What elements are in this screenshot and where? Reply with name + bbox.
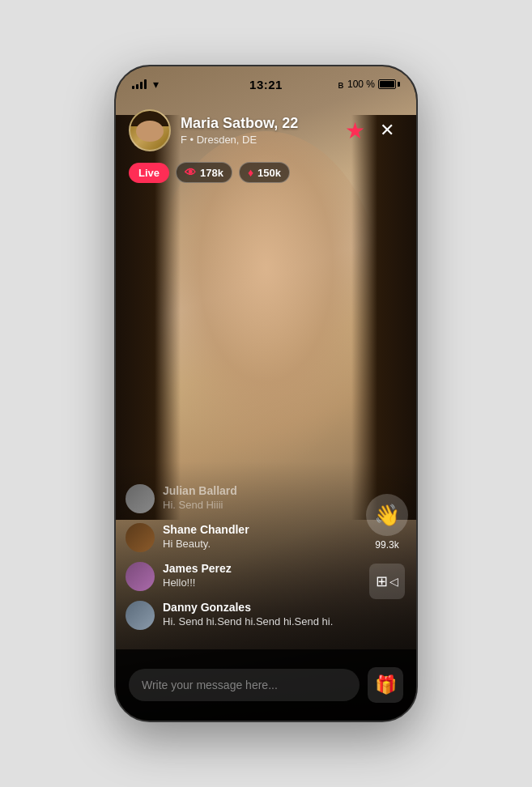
- eye-icon: 👁: [185, 166, 196, 179]
- close-icon: ✕: [380, 120, 394, 141]
- header: Maria Satbow, 22 F • Dresden, DE ★ ✕: [116, 102, 416, 159]
- user-avatar-3: [126, 562, 155, 591]
- streamer-name: Maria Satbow, 22: [181, 115, 338, 132]
- phone-frame: ▾ 13:21 ʙ 100 %: [114, 65, 418, 722]
- message-username-4: Danny Gonzales: [163, 601, 333, 614]
- bluetooth-icon: ʙ: [338, 79, 344, 91]
- right-actions: 👋 99.3k ⊞ ◁: [366, 494, 408, 599]
- battery-body: [378, 79, 396, 89]
- diamond-icon: ♦: [248, 166, 253, 179]
- wave-count: 99.3k: [375, 539, 398, 551]
- favorite-button[interactable]: ★: [338, 114, 371, 147]
- message-text-2: Hi Beauty.: [163, 538, 249, 550]
- close-button[interactable]: ✕: [371, 114, 403, 147]
- user-avatar-4: [126, 601, 155, 630]
- wave-icon-container: 👋: [366, 494, 408, 536]
- chat-message-2: Shane Chandler Hi Beauty.: [126, 523, 350, 552]
- status-bar: ▾ 13:21 ʙ 100 %: [116, 66, 416, 102]
- user-avatar-2: [126, 523, 155, 552]
- chat-message-4: Danny Gonzales Hi. Send hi.Send hi.Send …: [126, 601, 350, 630]
- screen-share-icon: ⊞: [376, 572, 388, 590]
- battery-icon: [378, 79, 400, 89]
- message-username-1: Julian Ballard: [163, 484, 237, 497]
- bottom-bar: Write your message here... 🎁: [116, 649, 416, 721]
- signal-bar-2: [136, 84, 138, 89]
- wave-icon: 👋: [374, 503, 400, 528]
- message-content-4: Danny Gonzales Hi. Send hi.Send hi.Send …: [163, 601, 333, 627]
- hair-right: [351, 115, 416, 520]
- views-count: 178k: [200, 167, 223, 179]
- avatar-skin: [136, 121, 164, 142]
- live-badge: Live: [129, 163, 169, 183]
- avatar-face: [130, 111, 169, 150]
- message-username-3: James Perez: [163, 562, 232, 575]
- gift-icon: 🎁: [375, 674, 397, 696]
- header-info: Maria Satbow, 22 F • Dresden, DE: [181, 115, 338, 146]
- message-text-1: Hi. Send Hiiii: [163, 499, 237, 511]
- user-avatar-1: [126, 484, 155, 513]
- message-content-1: Julian Ballard Hi. Send Hiiii: [163, 484, 237, 511]
- screen-share-button[interactable]: ⊞ ◁: [369, 564, 405, 599]
- diamond-count: 150k: [257, 167, 281, 179]
- message-content-3: James Perez Hello!!!: [163, 562, 232, 589]
- signal-bar-4: [144, 79, 147, 89]
- signal-bar-1: [132, 86, 134, 89]
- status-right: ʙ 100 %: [338, 79, 400, 91]
- signal-bar-3: [140, 82, 143, 89]
- star-icon: ★: [345, 117, 365, 144]
- message-username-2: Shane Chandler: [163, 523, 249, 536]
- signal-bars: [132, 79, 147, 89]
- chat-message-3: James Perez Hello!!!: [126, 562, 350, 591]
- chat-area: Julian Ballard Hi. Send Hiiii Shane Chan…: [116, 484, 360, 640]
- message-content-2: Shane Chandler Hi Beauty.: [163, 523, 249, 550]
- gift-button[interactable]: 🎁: [368, 667, 403, 703]
- battery-tip: [398, 82, 400, 87]
- status-time: 13:21: [249, 78, 283, 91]
- badges-row: Live 👁 178k ♦ 150k: [129, 162, 290, 183]
- screen: ▾ 13:21 ʙ 100 %: [116, 66, 416, 721]
- message-text-3: Hello!!!: [163, 576, 232, 589]
- input-placeholder: Write your message here...: [142, 679, 278, 691]
- chat-message-1: Julian Ballard Hi. Send Hiiii: [126, 484, 350, 513]
- wifi-icon: ▾: [153, 78, 159, 91]
- diamond-badge: ♦ 150k: [239, 162, 290, 183]
- avatar: [129, 109, 171, 151]
- message-text-4: Hi. Send hi.Send hi.Send hi.Send hi.: [163, 615, 333, 627]
- wave-button[interactable]: 👋 99.3k: [366, 494, 408, 551]
- battery-percent: 100 %: [347, 79, 375, 90]
- volume-icon: ◁: [389, 575, 398, 588]
- views-badge: 👁 178k: [176, 162, 232, 183]
- status-left: ▾: [132, 78, 159, 91]
- message-input[interactable]: Write your message here...: [129, 669, 360, 701]
- streamer-location: F • Dresden, DE: [181, 134, 338, 146]
- battery-fill: [380, 81, 394, 87]
